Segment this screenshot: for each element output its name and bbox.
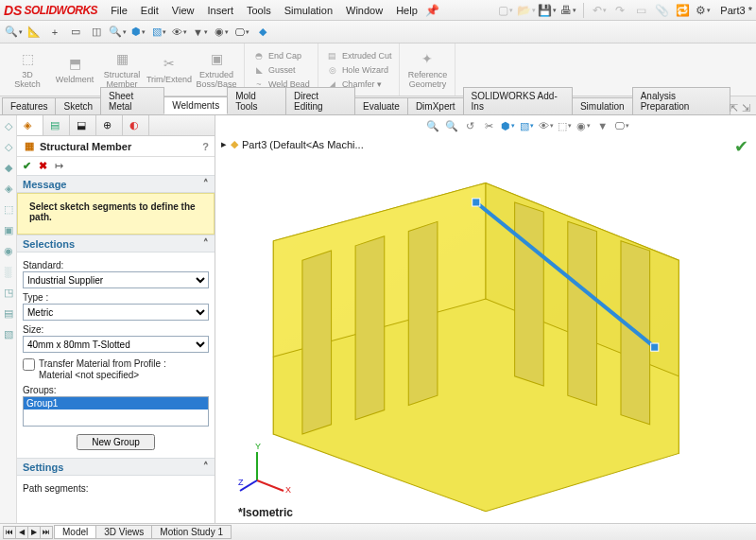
- menu-pushpin-icon[interactable]: 📌: [425, 3, 440, 18]
- measure-icon[interactable]: 📐: [25, 23, 43, 42]
- qat-rebuild-icon[interactable]: 🔁: [675, 3, 690, 18]
- endcap-icon: ◓: [252, 49, 266, 62]
- leftcol-icon-9[interactable]: ◳: [2, 286, 15, 299]
- ribbon-extruded-cut-button[interactable]: ▤Extruded Cut: [326, 49, 392, 62]
- tabstrip-expand-icon[interactable]: ⇲: [742, 102, 750, 114]
- menu-tools[interactable]: Tools: [241, 3, 277, 18]
- tab-addins[interactable]: SOLIDWORKS Add-Ins: [463, 87, 573, 114]
- ribbon-endcap-button[interactable]: ◓End Cap: [252, 49, 310, 62]
- leftcol-icon-4[interactable]: ◈: [2, 182, 15, 195]
- bottom-tab-model[interactable]: Model: [54, 525, 96, 539]
- qat-attach-icon[interactable]: 📎: [654, 3, 669, 18]
- type-select[interactable]: Metric: [23, 304, 209, 321]
- tab-nav-next-icon[interactable]: ▶: [27, 526, 41, 539]
- tab-nav-first-icon[interactable]: ⏮: [3, 526, 16, 539]
- ribbon-hole-wizard-button[interactable]: ◎Hole Wizard: [326, 63, 392, 77]
- qat-print-icon[interactable]: 🖶: [560, 3, 576, 18]
- appearance-icon[interactable]: ◉: [212, 23, 231, 42]
- endpoint-handle-1[interactable]: [472, 199, 480, 206]
- qat-new-icon[interactable]: ▢: [498, 3, 513, 18]
- leftcol-icon-2[interactable]: ◇: [2, 140, 15, 153]
- bottom-tab-motionstudy[interactable]: Motion Study 1: [151, 525, 232, 539]
- qat-open-icon[interactable]: 📂: [519, 3, 534, 18]
- tab-analysis-prep[interactable]: Analysis Preparation: [632, 87, 730, 114]
- active-document-name: Part3 *: [720, 5, 752, 16]
- display-icon[interactable]: 🖵: [232, 23, 251, 42]
- tab-evaluate[interactable]: Evaluate: [354, 97, 408, 114]
- menu-help[interactable]: Help: [390, 3, 423, 18]
- leftcol-icon-6[interactable]: ▣: [2, 223, 15, 236]
- tab-nav-last-icon[interactable]: ⏭: [40, 526, 53, 539]
- ribbon-3dsketch-button[interactable]: ⬚3D Sketch: [4, 45, 51, 95]
- panel-pushpin-icon[interactable]: ↦: [55, 160, 63, 172]
- section-selections-head[interactable]: Selections˄: [17, 235, 215, 253]
- leftcol-icon-1[interactable]: ◇: [2, 119, 15, 132]
- box-select-icon[interactable]: ▭: [66, 23, 85, 42]
- qat-save-icon[interactable]: 💾: [540, 3, 555, 18]
- qat-redo-icon[interactable]: ↷: [612, 3, 627, 18]
- tab-features[interactable]: Features: [2, 97, 56, 114]
- holewizard-icon: ◎: [326, 63, 339, 77]
- graphics-viewport[interactable]: ▸ 🔍 🔍 ↺ ✂ ⬢ ▧ 👁 ⬚ ◉ ▼ 🖵 ▸ ◆ Part3 (Defau…: [215, 115, 756, 527]
- qat-undo-icon[interactable]: ↶: [592, 3, 607, 18]
- ribbon-reference-geometry-button[interactable]: ✦Reference Geometry: [404, 45, 451, 95]
- leftcol-icon-5[interactable]: ⬚: [2, 202, 15, 216]
- menu-items: File Edit View Insert Tools Simulation W…: [105, 3, 440, 18]
- evaluate-icon[interactable]: +: [45, 23, 64, 42]
- qat-select-icon[interactable]: ▭: [633, 3, 648, 18]
- leftcol-icon-7[interactable]: ◉: [2, 244, 15, 257]
- leftcol-icon-10[interactable]: ▤: [2, 306, 15, 320]
- tab-simulation-tab[interactable]: Simulation: [572, 97, 633, 114]
- tab-weldments[interactable]: Weldments: [163, 96, 228, 114]
- section-message-head[interactable]: Message˄: [17, 175, 215, 193]
- menu-edit[interactable]: Edit: [135, 3, 164, 18]
- tab-nav-prev-icon[interactable]: ◀: [15, 526, 28, 539]
- tab-direct-editing[interactable]: Direct Editing: [285, 87, 355, 114]
- filter-icon[interactable]: ▼: [191, 23, 210, 42]
- panel-cancel-button[interactable]: ✖: [39, 160, 47, 172]
- shaded-icon[interactable]: ◆: [253, 23, 272, 42]
- panel-tab-sensor[interactable]: ⊕: [96, 115, 123, 135]
- menu-view[interactable]: View: [166, 3, 200, 18]
- ribbon-gusset-button[interactable]: ◣Gusset: [252, 63, 310, 77]
- zoom-icon[interactable]: 🔍: [108, 23, 127, 42]
- tab-dimxpert[interactable]: DimXpert: [407, 97, 464, 114]
- groups-listbox[interactable]: Group1: [23, 396, 209, 427]
- tab-mold-tools[interactable]: Mold Tools: [227, 87, 286, 114]
- extcut-icon: ▤: [326, 49, 339, 62]
- panel-tab-appearance[interactable]: ◐: [123, 115, 149, 135]
- panel-tab-display[interactable]: ⬓: [70, 115, 96, 135]
- group-item-1[interactable]: Group1: [24, 397, 208, 409]
- tabstrip-collapse-icon[interactable]: ⇱: [730, 102, 738, 114]
- lasso-icon[interactable]: ◫: [87, 23, 106, 42]
- tab-sheet-metal[interactable]: Sheet Metal: [100, 87, 164, 114]
- leftcol-icon-11[interactable]: ▧: [2, 327, 15, 340]
- leftcol-icon-3[interactable]: ◆: [2, 161, 15, 174]
- panel-tab-feature[interactable]: ◈: [17, 115, 43, 135]
- search-icon[interactable]: 🔍: [4, 23, 23, 42]
- qat-options-icon[interactable]: ⚙: [696, 3, 711, 18]
- bottom-tab-3dviews[interactable]: 3D Views: [95, 525, 152, 539]
- transfer-material-checkbox[interactable]: [23, 358, 35, 371]
- standard-select[interactable]: Industrial Supplier: [23, 271, 209, 288]
- endpoint-handle-2[interactable]: [651, 343, 659, 351]
- size-select[interactable]: 40mm x 80mm T-Slotted: [23, 336, 209, 353]
- structural-icon: ▦: [112, 50, 131, 69]
- menu-insert[interactable]: Insert: [201, 3, 239, 18]
- leftcol-icon-8[interactable]: ░: [2, 265, 15, 278]
- menu-simulation[interactable]: Simulation: [279, 3, 338, 18]
- panel-help-icon[interactable]: ?: [202, 141, 209, 152]
- tab-sketch[interactable]: Sketch: [55, 97, 101, 114]
- panel-tab-config[interactable]: ▤: [43, 115, 70, 135]
- visibility-icon[interactable]: 👁: [170, 23, 189, 42]
- model-3d: [215, 115, 756, 527]
- section-settings-head[interactable]: Settings˄: [17, 458, 215, 476]
- ribbon-weldment-button[interactable]: ⬒Weldment: [51, 45, 98, 95]
- new-group-button[interactable]: New Group: [77, 434, 155, 450]
- menu-file[interactable]: File: [105, 3, 133, 18]
- menu-window[interactable]: Window: [340, 3, 388, 18]
- cube-icon[interactable]: ▧: [149, 23, 168, 42]
- panel-ok-button[interactable]: ✔: [23, 160, 31, 172]
- solid-icon[interactable]: ⬢: [129, 23, 147, 42]
- view-triad[interactable]: Y X Z: [238, 438, 295, 495]
